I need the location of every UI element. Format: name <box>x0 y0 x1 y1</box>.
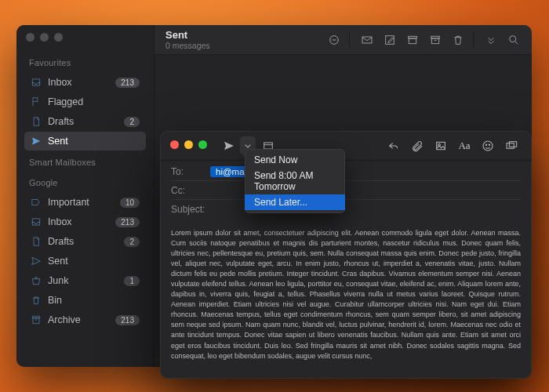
svg-rect-15 <box>509 141 516 147</box>
sidebar-item-inbox[interactable]: Inbox 213 <box>24 73 146 92</box>
sidebar-badge: 2 <box>124 117 140 127</box>
sidebar-badge: 213 <box>115 315 140 325</box>
subject-label: Subject: <box>171 204 205 215</box>
svg-rect-4 <box>409 38 416 44</box>
sidebar-badge: 2 <box>124 237 140 247</box>
subject-row[interactable]: Subject: <box>171 200 521 219</box>
svg-point-12 <box>485 144 486 145</box>
svg-rect-1 <box>362 37 372 43</box>
svg-point-7 <box>510 35 516 42</box>
markup-button[interactable] <box>500 136 522 155</box>
more-button[interactable] <box>481 31 501 49</box>
sidebar-item-junk[interactable]: Junk 1 <box>24 271 146 290</box>
sidebar-section-google: Google <box>21 172 149 192</box>
send-dropdown-menu: Send Now Send 8:00 AM Tomorrow Send Late… <box>245 149 345 213</box>
sidebar-item-label: Flagged <box>48 96 140 107</box>
menu-send-tomorrow[interactable]: Send 8:00 AM Tomorrow <box>245 168 345 194</box>
titlebar: Sent 0 messages <box>155 25 532 55</box>
archive-icon <box>31 314 42 325</box>
paperplane-icon <box>31 256 42 267</box>
sidebar-badge: 213 <box>115 217 140 227</box>
svg-rect-6 <box>431 38 438 44</box>
compose-headers: To: hi@maketech Cc: Subject: <box>160 161 532 220</box>
delete-button[interactable] <box>448 31 468 49</box>
sidebar-item-label: Bin <box>48 295 140 306</box>
envelope-button[interactable] <box>357 31 377 49</box>
minimize-icon[interactable] <box>184 140 193 149</box>
inbox-icon <box>31 216 42 227</box>
sidebar: Favourites Inbox 213 Flagged Drafts 2 Se… <box>16 25 155 367</box>
minimize-icon[interactable] <box>40 33 49 42</box>
reply-button[interactable] <box>383 136 405 155</box>
maximize-icon[interactable] <box>54 33 63 42</box>
svg-point-13 <box>489 144 489 145</box>
close-icon[interactable] <box>170 140 179 149</box>
send-button[interactable] <box>218 136 240 155</box>
sidebar-badge: 213 <box>115 78 140 88</box>
sidebar-item-label: Sent <box>48 136 140 147</box>
move-button[interactable] <box>425 31 445 49</box>
sidebar-item-label: Drafts <box>48 236 118 247</box>
sidebar-section-smart: Smart Mailboxes <box>21 151 149 172</box>
important-icon <box>31 197 42 208</box>
archive-button[interactable] <box>402 31 423 49</box>
menu-send-later[interactable]: Send Later... <box>245 194 345 210</box>
to-row[interactable]: To: hi@maketech <box>171 162 521 181</box>
to-label: To: <box>171 166 210 177</box>
document-icon <box>31 236 42 247</box>
mailbox-title: Sent <box>165 29 210 41</box>
separator <box>349 31 350 49</box>
close-icon[interactable] <box>26 33 35 42</box>
svg-point-11 <box>483 141 493 151</box>
sidebar-item-drafts[interactable]: Drafts 2 <box>24 112 146 131</box>
document-icon <box>31 116 42 127</box>
inbox-icon <box>31 77 42 88</box>
sidebar-item-gsent[interactable]: Sent <box>24 252 146 270</box>
cc-row[interactable]: Cc: <box>171 181 521 200</box>
sidebar-item-label: Drafts <box>48 116 118 127</box>
sidebar-item-flagged[interactable]: Flagged <box>24 93 146 111</box>
flag-icon <box>31 96 42 107</box>
compose-toolbar: Aa <box>160 131 532 161</box>
cc-label: Cc: <box>171 185 210 196</box>
sidebar-item-label: Inbox <box>48 77 109 88</box>
sidebar-section-favourites: Favourites <box>21 52 149 72</box>
sidebar-item-ginbox[interactable]: Inbox 213 <box>24 212 146 231</box>
sidebar-item-label: Important <box>48 197 114 208</box>
sidebar-item-sent[interactable]: Sent <box>24 132 146 151</box>
compose-body[interactable]: Lorem ipsum dolor sit amet, consectetuer… <box>160 220 532 379</box>
sidebar-item-label: Archive <box>48 314 109 325</box>
svg-rect-9 <box>437 142 445 149</box>
sidebar-item-label: Sent <box>48 256 140 267</box>
sidebar-item-bin[interactable]: Bin <box>24 291 146 310</box>
junk-icon <box>31 275 42 286</box>
maximize-icon[interactable] <box>198 140 207 149</box>
search-button[interactable] <box>504 31 524 49</box>
sidebar-item-label: Inbox <box>48 216 109 227</box>
sidebar-item-label: Junk <box>48 275 118 286</box>
separator <box>473 31 474 49</box>
sidebar-badge: 10 <box>120 198 140 208</box>
compose-traffic-lights <box>170 140 207 149</box>
window-traffic-lights <box>26 33 63 42</box>
mailbox-subtitle: 0 messages <box>165 41 210 50</box>
attach-button[interactable] <box>406 136 428 155</box>
sidebar-item-gdrafts[interactable]: Drafts 2 <box>24 232 146 251</box>
sidebar-item-important[interactable]: Important 10 <box>24 193 146 212</box>
svg-rect-14 <box>507 143 514 148</box>
compose-window: Aa To: hi@maketech Cc: Subject: Lorem ip… <box>160 131 532 379</box>
emoji-button[interactable] <box>477 136 499 155</box>
format-button[interactable]: Aa <box>453 136 475 155</box>
compose-button[interactable] <box>380 31 400 49</box>
sidebar-item-archive[interactable]: Archive 213 <box>24 310 146 329</box>
paperplane-icon <box>31 136 42 147</box>
svg-rect-8 <box>264 143 273 149</box>
menu-send-now[interactable]: Send Now <box>245 152 345 168</box>
filter-button[interactable] <box>324 31 344 49</box>
sidebar-badge: 1 <box>124 276 140 286</box>
trash-icon <box>31 295 42 306</box>
photo-button[interactable] <box>430 136 452 155</box>
